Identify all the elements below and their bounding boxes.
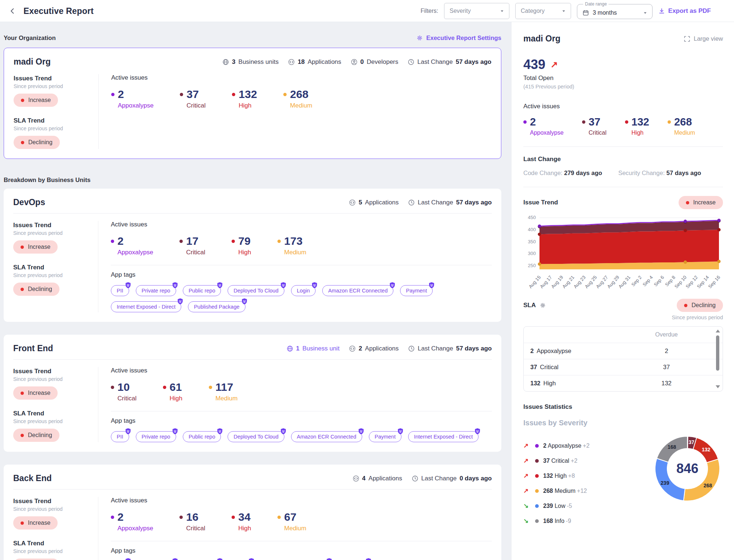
app-tag[interactable]: Amazon ECR Connected [291, 431, 362, 442]
shield-badge-icon [177, 298, 184, 305]
globe-icon [287, 345, 293, 352]
gear-icon [416, 34, 423, 41]
shield-badge-icon [172, 282, 178, 289]
severity-dot-icon [209, 386, 212, 389]
date-range-filter[interactable]: Date range 3 months [577, 1, 653, 19]
expand-icon [684, 36, 690, 42]
trend-block: SLA Trend Since previous period Declinin… [13, 540, 98, 560]
meta-clock: Last Change 57 days ago [408, 199, 492, 206]
legend-row-critical: ↗ 37 Critical+2 [523, 453, 654, 468]
bu-card-back-end[interactable]: Back End 4ApplicationsLast Change 0 days… [4, 465, 501, 560]
trend-up-icon: ↗ [523, 442, 531, 450]
issues-by-severity-subtitle: Issues by Severity [523, 419, 723, 427]
org-stats-row: 2 Appoxalypse 37 Critical 132 High 268 M… [111, 88, 491, 109]
legend-row-low: ↘ 239 Low-5 [523, 498, 654, 513]
chevron-down-icon [499, 8, 505, 14]
issue-trend-chart: 250300350400450Aug 15Aug 17Aug 19Aug 21A… [523, 214, 723, 295]
back-button[interactable] [9, 7, 16, 15]
app-tag[interactable]: Payment [369, 431, 401, 442]
severity-dot-icon [232, 516, 235, 519]
trend-block: SLA Trend Since previous period Declinin… [14, 117, 98, 149]
last-change-title: Last Change [523, 156, 723, 163]
app-tag[interactable]: Public repo [183, 431, 221, 442]
severity-dot-icon [535, 459, 539, 463]
shield-badge-icon [474, 428, 481, 435]
app-tag[interactable]: Internet Exposed - Direct [408, 431, 479, 442]
severity-stat-high: 61 High [163, 381, 182, 402]
active-issues-label: Active issues [111, 497, 492, 504]
date-range-label: Date range [583, 1, 608, 7]
panel-active-issues-label: Active issues [523, 103, 723, 110]
app-tag[interactable]: Internet Exposed - Direct [111, 301, 181, 312]
severity-dot-icon [668, 120, 671, 124]
severity-stat-appoxalypse: 2 Appoxalypse [111, 235, 153, 256]
app-tag[interactable]: Payment [400, 285, 433, 296]
divider [111, 411, 492, 411]
app-tag[interactable]: Private repo [136, 285, 176, 296]
bu-card-devops[interactable]: DevOps 5ApplicationsLast Change 57 days … [4, 189, 501, 322]
severity-dot-icon [111, 240, 114, 243]
category-filter-value: Category [521, 8, 545, 14]
app-tag[interactable]: Deployed To Cloud [228, 285, 284, 296]
panel-stats-row: 2 Appoxalypse 37 Critical 132 High 268 M… [523, 116, 723, 136]
code-icon [349, 345, 356, 352]
meta-clock: Last Change 57 days ago [408, 58, 491, 66]
severity-dot-icon [535, 474, 539, 478]
scrollbar-thumb[interactable] [716, 335, 719, 371]
shield-badge-icon [311, 282, 318, 289]
total-open-value: 439 [523, 57, 545, 72]
app-tag[interactable]: Published Package [188, 301, 245, 312]
svg-text:37: 37 [688, 439, 694, 445]
app-tag[interactable]: Login [291, 285, 316, 296]
severity-filter[interactable]: Severity [444, 3, 509, 19]
shield-badge-icon [428, 282, 435, 289]
scroll-down-icon[interactable] [716, 385, 720, 388]
trend-block: Issues Trend Since previous period Incre… [13, 498, 98, 530]
legend-row-high: ↗ 132 High+8 [523, 468, 654, 483]
divider [111, 265, 492, 265]
org-meta-row: 3Business units18Applications0Developers… [222, 58, 491, 66]
severity-dot-icon [179, 240, 183, 243]
overdue-header: Overdue [639, 331, 694, 338]
top-header: Executive Report Filters: Severity Categ… [0, 0, 734, 22]
category-filter[interactable]: Category [515, 3, 571, 19]
severity-dot-icon [232, 93, 235, 96]
chevron-down-icon [561, 8, 566, 14]
divider [13, 213, 492, 214]
svg-text:450: 450 [528, 215, 536, 220]
shield-badge-icon [125, 558, 131, 560]
report-settings-link[interactable]: Executive Report Settings [416, 34, 501, 41]
app-tag[interactable]: Public repo [183, 285, 221, 296]
bu-stats-row: 2 Appoxalypse 17 Critical 79 High 173 Me… [111, 235, 492, 256]
bu-card-front-end[interactable]: Front End 1Business unit2ApplicationsLas… [4, 335, 501, 452]
severity-dot-icon [111, 386, 114, 389]
gear-icon[interactable] [539, 302, 546, 309]
scroll-up-icon[interactable] [716, 330, 720, 332]
severity-donut-chart: 37132268239168846 [654, 435, 721, 503]
bu-name: Front End [13, 343, 53, 353]
severity-dot-icon [111, 93, 115, 96]
app-tag[interactable]: Deployed To Cloud [228, 431, 284, 442]
page-title: Executive Report [23, 6, 94, 16]
org-trends: Issues Trend Since previous period Incre… [14, 74, 99, 149]
large-view-button[interactable]: Large view [684, 35, 723, 42]
svg-text:Sep 6: Sep 6 [653, 274, 665, 287]
clock-icon [412, 475, 418, 482]
your-organization-label: Your Organization [4, 34, 56, 41]
scrollbar[interactable] [715, 330, 721, 388]
app-tag[interactable]: Amazon ECR Connected [322, 285, 393, 296]
svg-text:Aug 15: Aug 15 [528, 274, 542, 290]
severity-dot-icon [277, 240, 281, 243]
export-button[interactable]: Export as PDF [658, 7, 711, 15]
trend-block: Issues Trend Since previous period Incre… [13, 222, 98, 254]
app-tag[interactable]: PII [111, 285, 129, 296]
severity-dot-icon [180, 93, 183, 96]
app-tag[interactable]: PII [111, 431, 129, 442]
app-tag[interactable]: Private repo [136, 431, 176, 442]
last-change-row: Code Change: 279 days ago Security Chang… [523, 170, 723, 177]
shield-badge-icon [248, 558, 255, 560]
red-dot-icon [21, 434, 24, 437]
panel-org-name: madi Org [523, 34, 560, 44]
severity-stat-appoxalypse: 2 Appoxalypse [111, 88, 153, 109]
trend-badge: Increase [14, 94, 58, 107]
